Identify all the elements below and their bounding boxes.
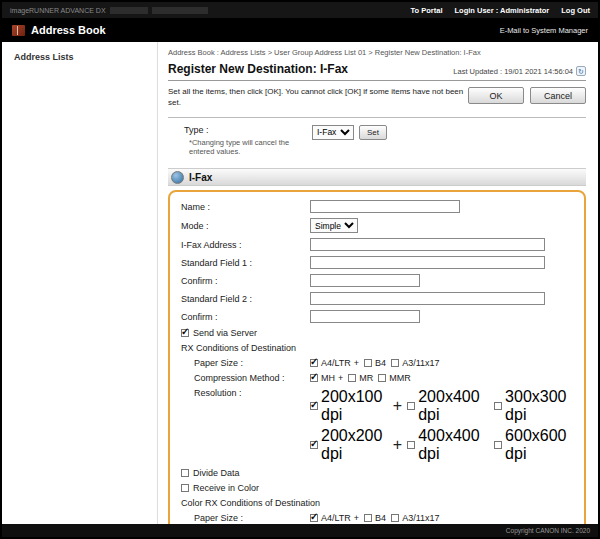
rx-res-600x600[interactable]: 600x600 dpi xyxy=(494,427,576,463)
rx-paper-b4[interactable]: B4 xyxy=(364,358,386,368)
plus-separator: + xyxy=(393,397,402,415)
confirm-1-label: Confirm : xyxy=(178,276,310,286)
refresh-icon[interactable]: ↻ xyxy=(576,66,586,76)
color-rx-conditions-title: Color RX Conditions of Destination xyxy=(178,498,576,508)
divide-data-label: Divide Data xyxy=(193,468,240,478)
rx-res-400x400-checkbox[interactable] xyxy=(407,441,415,449)
rx-res-400x400-label: 400x400 dpi xyxy=(418,427,489,463)
rx-resolution-label: Resolution : xyxy=(178,388,310,398)
form-row-confirm-2: Confirm : xyxy=(178,310,576,323)
rx-res-200x400[interactable]: 200x400 dpi xyxy=(407,388,489,424)
form-row-standard-field-1: Standard Field 1 : xyxy=(178,256,576,269)
rx-compression-mh[interactable]: MH + xyxy=(310,373,343,383)
device-name: imageRUNNER ADVANCE DX xyxy=(10,7,106,14)
rx-res-200x200[interactable]: 200x200 dpi + xyxy=(310,427,402,463)
ifax-form-box: Name : Mode : Simple I-Fax Address : xyxy=(168,190,586,539)
color-paper-b4[interactable]: B4 xyxy=(364,513,386,523)
rx-conditions-title: RX Conditions of Destination xyxy=(178,343,576,353)
body: Address Lists Address Book : Address Lis… xyxy=(2,42,598,524)
ok-button[interactable]: OK xyxy=(468,87,524,104)
set-button[interactable]: Set xyxy=(359,125,387,140)
rx-compression-mh-label: MH xyxy=(321,373,335,383)
mode-select[interactable]: Simple xyxy=(310,218,358,233)
ifax-address-input[interactable] xyxy=(310,238,545,251)
address-book-logo-icon xyxy=(12,25,25,36)
form-row-confirm-1: Confirm : xyxy=(178,274,576,287)
rx-paper-a4ltr[interactable]: A4/LTR + xyxy=(310,358,359,368)
color-paper-a4ltr-checkbox[interactable] xyxy=(310,514,318,522)
rx-res-200x400-checkbox[interactable] xyxy=(407,402,415,410)
rx-compression-row: Compression Method : MH + MR xyxy=(178,373,576,383)
rx-res-600x600-label: 600x600 dpi xyxy=(505,427,576,463)
color-paper-a4ltr[interactable]: A4/LTR + xyxy=(310,513,359,523)
plus-separator: + xyxy=(354,513,359,523)
standard-field-2-label: Standard Field 2 : xyxy=(178,294,310,304)
send-via-server-checkbox[interactable] xyxy=(181,329,189,337)
sidebar-item-address-lists[interactable]: Address Lists xyxy=(14,52,145,62)
form-row-ifax-address: I-Fax Address : xyxy=(178,238,576,251)
footer-bar: Copyright CANON INC. 2020 xyxy=(2,524,598,537)
standard-field-2-input[interactable] xyxy=(310,292,545,305)
rx-res-300x300[interactable]: 300x300 dpi xyxy=(494,388,576,424)
type-select[interactable]: I-Fax xyxy=(312,125,354,140)
divide-data-checkbox[interactable] xyxy=(181,469,189,477)
rx-compression-mmr-label: MMR xyxy=(389,373,411,383)
rx-paper-size-label: Paper Size : xyxy=(178,358,310,368)
rx-res-600x600-checkbox[interactable] xyxy=(494,441,502,449)
ifax-section-title: I-Fax xyxy=(189,172,212,183)
confirm-2-label: Confirm : xyxy=(178,312,310,322)
type-note: *Changing type will cancel the entered v… xyxy=(184,138,302,158)
rx-compression-mmr-checkbox[interactable] xyxy=(378,374,386,382)
rx-compression-mmr[interactable]: MMR xyxy=(378,373,411,383)
name-label: Name : xyxy=(178,202,310,212)
email-to-system-manager-link[interactable]: E-Mail to System Manager xyxy=(500,26,588,35)
rx-res-200x200-checkbox[interactable] xyxy=(310,441,318,449)
name-input[interactable] xyxy=(310,200,460,213)
last-updated: Last Updated : 19/01 2021 14:56:04 ↻ xyxy=(453,66,586,76)
standard-field-1-input[interactable] xyxy=(310,256,545,269)
rx-res-400x400[interactable]: 400x400 dpi xyxy=(407,427,489,463)
rx-paper-b4-label: B4 xyxy=(375,358,386,368)
color-paper-b4-label: B4 xyxy=(375,513,386,523)
rx-paper-b4-checkbox[interactable] xyxy=(364,359,372,367)
color-paper-a3[interactable]: A3/11x17 xyxy=(391,513,439,523)
receive-in-color-label: Receive in Color xyxy=(193,483,259,493)
last-updated-text: Last Updated : 19/01 2021 14:56:04 xyxy=(453,67,573,76)
send-via-server-row: Send via Server xyxy=(178,328,576,338)
copyright-text: Copyright CANON INC. 2020 xyxy=(506,527,590,534)
app-title: Address Book xyxy=(31,24,106,36)
rx-compression-mr-checkbox[interactable] xyxy=(348,374,356,382)
color-paper-size-label: Paper Size : xyxy=(178,513,310,523)
rx-res-200x200-label: 200x200 dpi xyxy=(321,427,390,463)
to-portal-link[interactable]: To Portal xyxy=(411,6,443,15)
rx-resolution-line-2: 200x200 dpi + 400x400 dpi 600x600 dpi xyxy=(310,427,576,463)
cancel-button[interactable]: Cancel xyxy=(530,87,586,104)
rx-compression-mr-label: MR xyxy=(359,373,373,383)
receive-in-color-checkbox[interactable] xyxy=(181,484,189,492)
rx-paper-a4ltr-checkbox[interactable] xyxy=(310,359,318,367)
rx-paper-a3[interactable]: A3/11x17 xyxy=(391,358,439,368)
breadcrumb[interactable]: Address Book : Address Lists > User Grou… xyxy=(168,48,586,57)
color-paper-a3-label: A3/11x17 xyxy=(402,513,439,523)
logout-link[interactable]: Log Out xyxy=(561,6,590,15)
rx-compression-label: Compression Method : xyxy=(178,373,310,383)
color-paper-a3-checkbox[interactable] xyxy=(391,514,399,522)
rx-resolution-row: Resolution : 200x100 dpi + 200x400 dpi xyxy=(178,388,576,463)
title-row: Register New Destination: I-Fax Last Upd… xyxy=(168,62,586,81)
rx-res-300x300-checkbox[interactable] xyxy=(494,402,502,410)
plus-separator: + xyxy=(393,436,402,454)
rx-compression-mr[interactable]: MR xyxy=(348,373,373,383)
rx-compression-mh-checkbox[interactable] xyxy=(310,374,318,382)
ifax-address-label: I-Fax Address : xyxy=(178,240,310,250)
rx-paper-a4ltr-label: A4/LTR xyxy=(321,358,351,368)
rx-res-200x100-checkbox[interactable] xyxy=(310,402,318,410)
confirm-2-input[interactable] xyxy=(310,310,420,323)
type-label: Type : xyxy=(184,125,312,135)
rx-res-200x100[interactable]: 200x100 dpi + xyxy=(310,388,402,424)
confirm-1-input[interactable] xyxy=(310,274,420,287)
color-paper-b4-checkbox[interactable] xyxy=(364,514,372,522)
mode-label: Mode : xyxy=(178,221,310,231)
rx-paper-a3-checkbox[interactable] xyxy=(391,359,399,367)
rx-res-200x100-label: 200x100 dpi xyxy=(321,388,390,424)
type-controls: I-Fax Set xyxy=(312,125,387,140)
